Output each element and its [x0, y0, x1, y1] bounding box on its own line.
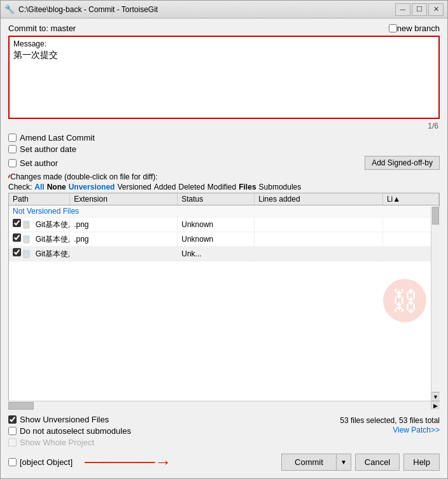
message-counter: 1/6 — [428, 121, 438, 130]
filter-deleted[interactable]: Deleted — [178, 183, 204, 191]
app-icon: 🔧 — [4, 4, 15, 15]
file-icon — [23, 250, 32, 259]
row1-checkbox[interactable] — [13, 219, 21, 227]
no-autoselect-checkbox[interactable] — [8, 427, 17, 435]
row2-lines-added — [255, 232, 383, 247]
window-title: C:\Gitee\blog-back - Commit - TortoiseGi… — [18, 5, 395, 14]
row2-checkbox[interactable] — [13, 233, 21, 242]
svg-rect-1 — [25, 221, 29, 224]
author-checkbox[interactable] — [8, 159, 17, 167]
bottom-checkboxes: Show Unversioned Files Do not autoselect… — [8, 415, 131, 436]
row1-ext: .png — [70, 218, 178, 232]
filter-all[interactable]: All — [34, 183, 44, 191]
filter-added[interactable]: Added — [154, 183, 176, 191]
col-lines-added: Lines added — [255, 193, 383, 205]
message-only-checkbox[interactable] — [8, 458, 17, 466]
message-only-label: [object Object] — [20, 457, 73, 467]
filter-modified[interactable]: Modified — [207, 183, 236, 191]
new-branch-checkbox[interactable] — [389, 24, 397, 32]
not-versioned-row: Not Versioned Files — [9, 205, 439, 218]
row3-status: Unk... — [178, 247, 255, 261]
action-buttons-right: Commit ▼ Cancel Help — [281, 454, 440, 471]
message-section: Message: 第一次提交 — [8, 36, 440, 119]
horizontal-scrollbar[interactable] — [8, 401, 431, 410]
author-label: Set author — [20, 158, 58, 168]
commit-to-label: Commit to: — [8, 24, 48, 33]
author-date-row: Set author date — [8, 144, 440, 154]
title-bar-buttons: ─ ☐ ✕ — [395, 3, 444, 16]
commit-to-row: Commit to: master new branch — [8, 24, 440, 33]
action-buttons-row: [object Object] ──────→ Commit ▼ Cancel … — [8, 450, 440, 473]
message-textarea[interactable]: 第一次提交 — [13, 50, 435, 113]
filter-row: Check: All None Unversioned Versioned Ad… — [8, 183, 440, 191]
counter-row: 1/6 — [8, 121, 440, 130]
files-table-container: Path Extension Status Lines added Li▲ No… — [8, 193, 440, 410]
message-only-row: [object Object] ──────→ — [8, 457, 73, 467]
commit-to-branch: master — [50, 24, 76, 33]
add-signed-off-button[interactable]: Add Signed-off-by — [365, 156, 440, 170]
col-lines: Li▲ — [382, 193, 438, 205]
files-table: Path Extension Status Lines added Li▲ No… — [9, 193, 439, 261]
show-unversioned-row: Show Unversioned Files — [8, 415, 131, 424]
row3-check-path: Git基本使用... — [9, 247, 70, 261]
svg-point-6 — [383, 279, 426, 322]
table-row[interactable]: Git基本使用.assets/image-20211218162615616.p… — [9, 232, 439, 247]
svg-rect-5 — [25, 250, 29, 253]
row2-ext: .png — [70, 232, 178, 247]
amend-label: Amend Last Commit — [20, 133, 95, 142]
files-table-outer: Path Extension Status Lines added Li▲ No… — [8, 193, 440, 410]
file-icon — [23, 221, 32, 230]
row1-status: Unknown — [178, 218, 255, 232]
view-patch-link[interactable]: View Patch>> — [393, 426, 440, 434]
vertical-scrollbar[interactable]: ▼ ▶ — [431, 207, 440, 410]
show-whole-label: Show Whole Project — [20, 438, 94, 447]
checkboxes-section: Amend Last Commit Set author date Set au… — [8, 133, 440, 170]
author-date-checkbox[interactable] — [8, 145, 17, 153]
main-window: 🔧 C:\Gitee\blog-back - Commit - Tortoise… — [0, 0, 448, 479]
title-bar: 🔧 C:\Gitee\blog-back - Commit - Tortoise… — [1, 1, 447, 18]
minimize-button[interactable]: ─ — [395, 3, 410, 16]
filter-submodules[interactable]: Submodules — [259, 183, 302, 191]
not-versioned-label: Not Versioned Files — [9, 205, 439, 218]
commit-button[interactable]: Commit — [281, 454, 336, 471]
help-button[interactable]: Help — [403, 454, 440, 471]
commit-button-group: Commit ▼ — [281, 454, 351, 471]
filter-versioned[interactable]: Versioned — [117, 183, 151, 191]
row2-check-path: Git基本使用.assets/image-20211218162615616.p… — [9, 232, 70, 247]
changes-section: ↘ Changes made (double-click on file for… — [8, 172, 440, 410]
filter-none[interactable]: None — [47, 183, 66, 191]
file-icon — [23, 235, 32, 244]
no-autoselect-label: Do not autoselect submodules — [20, 426, 131, 436]
row1-check-path: Git基本使用.assets/image-20211218152841187.p… — [9, 218, 70, 232]
show-whole-checkbox[interactable] — [8, 438, 17, 447]
svg-rect-3 — [25, 235, 29, 239]
table-wrapper[interactable]: Path Extension Status Lines added Li▲ No… — [9, 193, 439, 409]
svg-text:⛓: ⛓ — [391, 286, 418, 316]
amend-checkbox[interactable] — [8, 134, 17, 142]
table-row[interactable]: Git基本使用... Unk... — [9, 247, 439, 261]
row2-status: Unknown — [178, 232, 255, 247]
col-extension: Extension — [70, 193, 178, 205]
git-watermark: ⛓ — [382, 278, 427, 324]
bottom-options: Show Unversioned Files Do not autoselect… — [8, 412, 440, 447]
col-path: Path — [9, 193, 70, 205]
scroll-down-arrow[interactable]: ▼ — [431, 392, 440, 401]
bottom-options-row1: Show Unversioned Files Do not autoselect… — [8, 415, 440, 436]
row3-checkbox[interactable] — [13, 248, 21, 256]
filter-files[interactable]: Files — [239, 183, 256, 191]
new-branch-label: new branch — [397, 24, 440, 33]
scrollbar-thumb — [432, 207, 439, 225]
filter-unversioned[interactable]: Unversioned — [69, 183, 115, 191]
scroll-right-arrow[interactable]: ▶ — [431, 401, 440, 410]
author-row: Set author Add Signed-off-by — [8, 156, 440, 170]
cancel-button[interactable]: Cancel — [355, 454, 400, 471]
maximize-button[interactable]: ☐ — [412, 3, 427, 16]
table-row[interactable]: Git基本使用.assets/image-20211218152841187.p… — [9, 218, 439, 232]
close-button[interactable]: ✕ — [428, 3, 444, 16]
commit-dropdown-arrow[interactable]: ▼ — [336, 454, 351, 471]
col-status: Status — [178, 193, 255, 205]
amend-row: Amend Last Commit — [8, 133, 440, 142]
no-autoselect-row: Do not autoselect submodules — [8, 426, 131, 436]
show-unversioned-label: Show Unversioned Files — [20, 415, 109, 424]
show-unversioned-checkbox[interactable] — [8, 415, 17, 424]
